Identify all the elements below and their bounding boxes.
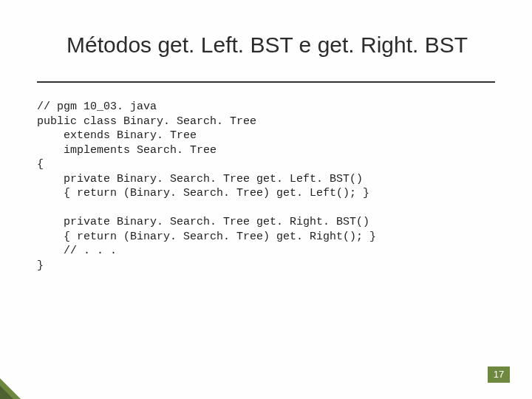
corner-accent-inner [0,386,13,399]
slide: Métodos get. Left. BST e get. Right. BST… [0,0,532,399]
page-number: 17 [488,366,510,383]
slide-title: Métodos get. Left. BST e get. Right. BST [66,33,502,58]
title-underline [37,81,495,83]
code-block: // pgm 10_03. java public class Binary. … [37,100,495,273]
